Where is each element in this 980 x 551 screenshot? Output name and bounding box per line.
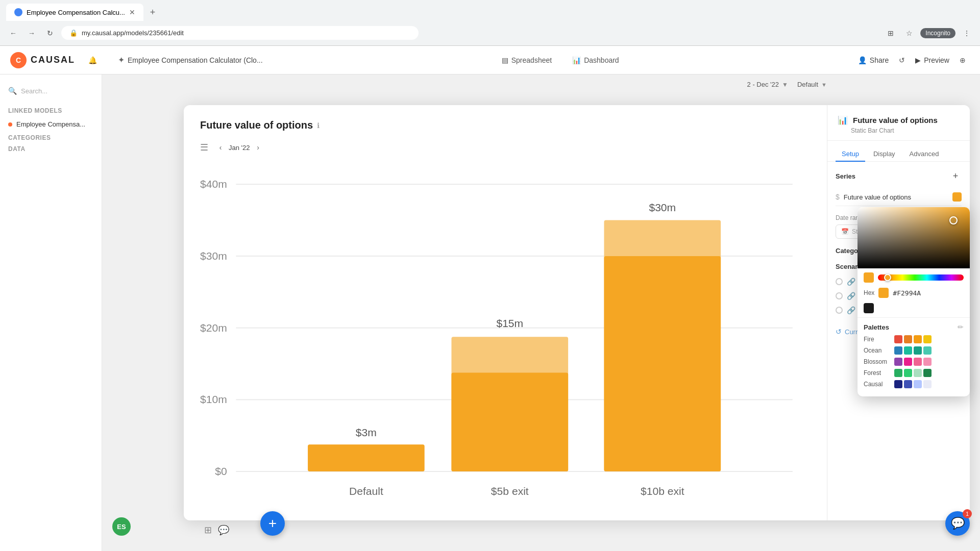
more-options-icon[interactable]: ⋮ (960, 26, 974, 40)
palette-forest-colors (894, 369, 932, 377)
chart-info-icon[interactable]: ℹ (317, 121, 320, 130)
browser-tabs: Employee Compensation Calcu... ✕ + (0, 0, 980, 20)
tab-setup[interactable]: Setup (836, 147, 865, 162)
fire-color-1[interactable] (894, 335, 902, 343)
panel-header: 📊 Future value of options Static Bar Cha… (827, 105, 970, 141)
fire-color-4[interactable] (923, 335, 932, 343)
calendar-icon: 📅 (841, 228, 849, 235)
bar-chart-container: $40m $30m $20m $10m $0 (200, 162, 811, 520)
ocean-color-1[interactable] (894, 346, 902, 355)
dashboard-label: Dashboard (584, 56, 619, 64)
bar-5b[interactable] (451, 373, 568, 471)
svg-text:$15m: $15m (496, 317, 523, 329)
svg-text:$10b exit: $10b exit (641, 485, 684, 497)
chart-menu-icon[interactable]: ☰ (200, 142, 208, 153)
preview-button[interactable]: ▶ Preview (915, 56, 949, 64)
chart-month: Jan '22 (229, 144, 250, 152)
spreadsheet-tab[interactable]: ▤ Spreadsheet (492, 52, 562, 68)
address-bar[interactable]: 🔒 my.causal.app/models/235661/edit (61, 26, 419, 40)
hex-row: Hex #F2994A (857, 285, 970, 303)
palette-causal-row: Causal (864, 380, 964, 388)
causal-color-2[interactable] (904, 380, 912, 388)
blossom-color-1[interactable] (894, 358, 902, 366)
black-color-swatch[interactable] (864, 303, 874, 313)
tab-close-button[interactable]: ✕ (129, 8, 135, 16)
search-placeholder: Search... (21, 87, 47, 95)
scenario-bullet-icon (836, 278, 843, 285)
reload-button[interactable]: ↻ (43, 26, 57, 40)
grid-view-icon[interactable]: ⊞ (204, 524, 212, 536)
app-header: C CAUSAL 🔔 ✦ Employee Compensation Calcu… (0, 46, 980, 74)
palette-blossom-colors (894, 358, 932, 366)
default-label: Default (797, 81, 818, 88)
dashboard-tab[interactable]: 📊 Dashboard (562, 52, 629, 68)
tab-display[interactable]: Display (867, 147, 901, 162)
sidebar-item-employee[interactable]: Employee Compensa... (0, 116, 102, 132)
hue-slider-thumb (884, 274, 891, 281)
fire-color-3[interactable] (914, 335, 922, 343)
add-fab-button[interactable]: + (260, 511, 285, 536)
series-color-swatch[interactable] (952, 192, 962, 202)
hex-value[interactable]: #F2994A (893, 289, 921, 297)
chart-controls: ☰ ‹ Jan '22 › (200, 141, 811, 154)
causal-color-4[interactable] (923, 380, 932, 388)
share-button[interactable]: 👤 Share (858, 56, 889, 64)
ocean-color-4[interactable] (923, 346, 932, 355)
svg-text:$5b exit: $5b exit (491, 485, 529, 497)
ocean-color-2[interactable] (904, 346, 912, 355)
palette-ocean-colors (894, 346, 932, 355)
forest-color-4[interactable] (923, 369, 932, 377)
add-series-button[interactable]: + (949, 170, 962, 182)
ocean-color-3[interactable] (914, 346, 922, 355)
notification-icon[interactable]: 🔔 (85, 53, 100, 67)
hue-slider[interactable] (878, 274, 964, 281)
bookmark-icon[interactable]: ☆ (902, 26, 916, 40)
browser-tab-active[interactable]: Employee Compensation Calcu... ✕ (6, 4, 143, 21)
scenario-10b-link-icon: 🔗 (847, 306, 855, 314)
forward-button[interactable]: → (24, 26, 39, 40)
tab-favicon (14, 8, 22, 16)
hex-color-swatch (878, 288, 889, 298)
chart-next-button[interactable]: › (252, 141, 264, 154)
causal-color-3[interactable] (914, 380, 922, 388)
chart-header: Future value of options ℹ (200, 119, 811, 131)
palettes-title: Palettes (864, 323, 889, 331)
bar-default[interactable] (308, 444, 425, 471)
tab-advanced[interactable]: Advanced (903, 147, 945, 162)
chart-prev-button[interactable]: ‹ (214, 141, 227, 154)
svg-text:$30m: $30m (200, 250, 227, 262)
color-gradient-picker[interactable] (857, 207, 970, 268)
screen-capture-icon[interactable]: ⊞ (884, 26, 898, 40)
history-icon[interactable]: ↺ (895, 53, 909, 67)
blossom-color-3[interactable] (914, 358, 922, 366)
zoom-icon[interactable]: ⊕ (955, 53, 970, 67)
panel-chart-icon: 📊 (838, 115, 848, 125)
fire-color-2[interactable] (904, 335, 912, 343)
back-button[interactable]: ← (6, 26, 20, 40)
palettes-header: Palettes ✏ (864, 323, 964, 331)
share-label: Share (870, 56, 889, 64)
panel-subtitle: Static Bar Chart (851, 127, 960, 134)
scenario-link-icon: 🔗 (847, 278, 855, 286)
forest-color-3[interactable] (914, 369, 922, 377)
palettes-edit-icon[interactable]: ✏ (958, 323, 964, 331)
palette-blossom-row: Blossom (864, 358, 964, 366)
causal-color-1[interactable] (894, 380, 902, 388)
sidebar-search[interactable]: 🔍 Search... (0, 83, 102, 99)
chart-nav: ‹ Jan '22 › (214, 141, 264, 154)
search-icon: 🔍 (8, 87, 17, 95)
user-avatar[interactable]: ES (112, 517, 131, 536)
date-range-header: 2 - Dec '22 ▼ Default ▼ (747, 81, 827, 88)
bar-10b[interactable] (604, 256, 721, 471)
forest-color-1[interactable] (894, 369, 902, 377)
blossom-color-4[interactable] (923, 358, 932, 366)
palette-ocean-name: Ocean (864, 347, 894, 354)
chat-icon: 💬 (951, 517, 965, 530)
comment-icon[interactable]: 💬 (218, 524, 229, 536)
hue-slider-row (857, 268, 970, 285)
chat-fab-button[interactable]: 💬 1 (945, 511, 970, 536)
new-tab-button[interactable]: + (145, 5, 160, 19)
app-body: 🔍 Search... Linked models Employee Compe… (0, 74, 980, 551)
blossom-color-2[interactable] (904, 358, 912, 366)
forest-color-2[interactable] (904, 369, 912, 377)
